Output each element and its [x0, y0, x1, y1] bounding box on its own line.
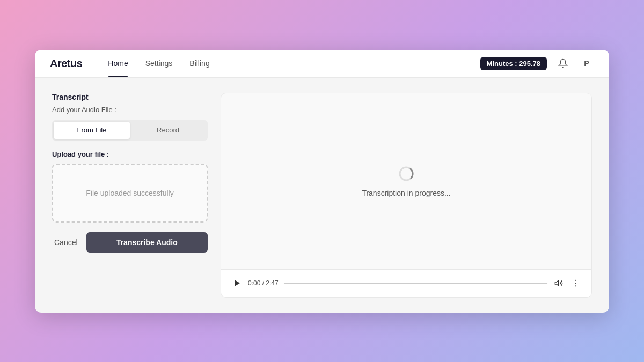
more-options-button[interactable]: [570, 277, 582, 289]
app-window: Aretus Home Settings Billing Minutes : 2…: [35, 50, 609, 313]
app-logo: Aretus: [50, 57, 82, 70]
navbar: Aretus Home Settings Billing Minutes : 2…: [35, 50, 609, 78]
spinner-icon: [398, 165, 415, 182]
cancel-button[interactable]: Cancel: [52, 234, 80, 251]
transcribe-button[interactable]: Transcribe Audio: [86, 232, 208, 253]
nav-link-home[interactable]: Home: [99, 50, 136, 78]
loading-spinner: [398, 165, 415, 182]
svg-marker-2: [555, 280, 558, 285]
time-display: 0:00 / 2:47: [248, 279, 279, 287]
tab-switcher: From File Record: [52, 120, 208, 141]
section-title: Transcript: [52, 93, 208, 101]
upload-dropzone[interactable]: File uploaded successfully: [52, 164, 208, 223]
transcription-status: Transcription in progress...: [362, 189, 450, 197]
main-content: Transcript Add your Audio File : From Fi…: [35, 78, 609, 313]
left-panel: Transcript Add your Audio File : From Fi…: [52, 93, 208, 298]
add-audio-label: Add your Audio File :: [52, 106, 208, 114]
svg-point-3: [575, 280, 576, 281]
action-buttons: Cancel Transcribe Audio: [52, 232, 208, 253]
right-panel: Transcription in progress... 0:00 / 2:47: [221, 93, 592, 298]
nav-right: Minutes : 295.78 P: [480, 56, 594, 71]
upload-label: Upload your file :: [52, 150, 208, 158]
tab-from-file[interactable]: From File: [54, 122, 130, 139]
nav-links: Home Settings Billing: [99, 50, 480, 78]
transcription-area: Transcription in progress...: [362, 93, 450, 269]
svg-point-5: [575, 285, 576, 286]
upload-success-text: File uploaded successfully: [86, 189, 173, 197]
svg-marker-1: [235, 280, 240, 286]
nav-link-billing[interactable]: Billing: [181, 50, 218, 78]
nav-link-settings[interactable]: Settings: [137, 50, 181, 78]
audio-player-bar: 0:00 / 2:47: [221, 269, 591, 297]
tab-record[interactable]: Record: [130, 122, 206, 139]
svg-point-4: [575, 283, 576, 284]
play-button[interactable]: [231, 277, 243, 289]
progress-track[interactable]: [284, 283, 547, 284]
minutes-badge: Minutes : 295.78: [480, 57, 547, 70]
volume-button[interactable]: [553, 277, 565, 289]
user-avatar[interactable]: P: [579, 56, 594, 71]
notification-icon[interactable]: [555, 56, 570, 71]
